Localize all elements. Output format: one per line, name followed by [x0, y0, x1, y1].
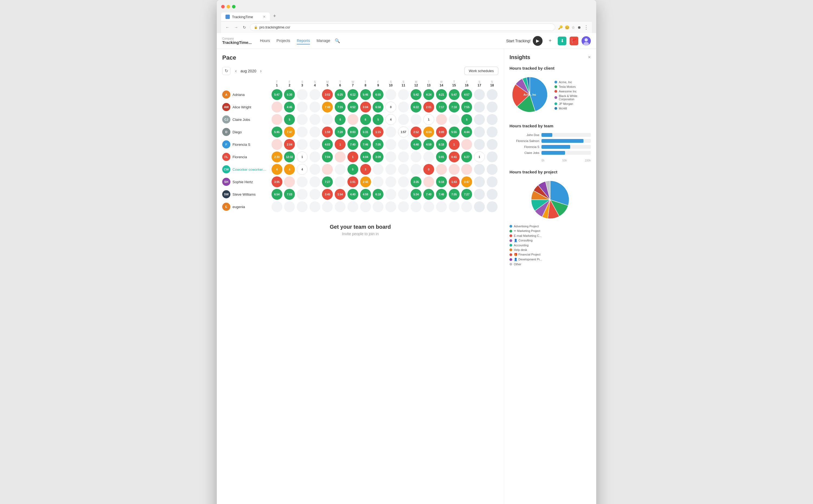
- day-cell[interactable]: 5: [347, 163, 359, 176]
- time-bubble[interactable]: 7:04: [322, 151, 333, 162]
- time-bubble[interactable]: 2:04: [284, 139, 295, 150]
- time-bubble[interactable]: 1: [297, 151, 308, 162]
- day-cell[interactable]: 0:47: [460, 176, 473, 188]
- day-cell[interactable]: 7:04: [321, 151, 334, 163]
- time-bubble[interactable]: 4:24: [423, 89, 434, 100]
- day-cell[interactable]: 7:27: [460, 188, 473, 201]
- day-cell[interactable]: 5:31: [359, 126, 372, 138]
- time-bubble[interactable]: [284, 176, 295, 187]
- day-cell[interactable]: 3:09: [435, 126, 448, 138]
- time-bubble[interactable]: 1:54: [335, 189, 346, 200]
- nav-projects[interactable]: Projects: [276, 37, 290, 44]
- close-dot[interactable]: [221, 5, 225, 8]
- day-cell[interactable]: 7:17: [435, 101, 448, 113]
- time-bubble[interactable]: 5:30: [284, 89, 295, 100]
- day-cell[interactable]: 6: [359, 113, 372, 126]
- day-cell[interactable]: 5:42: [410, 88, 422, 101]
- time-bubble[interactable]: 1: [474, 151, 485, 162]
- time-bubble[interactable]: 3: [360, 164, 371, 175]
- day-cell[interactable]: 5: [372, 113, 385, 126]
- day-cell[interactable]: 3:04: [359, 101, 372, 113]
- download-button[interactable]: ⬇: [558, 37, 566, 45]
- time-bubble[interactable]: 5:01: [436, 151, 447, 162]
- time-bubble[interactable]: 7:27: [322, 176, 333, 187]
- time-bubble[interactable]: 6:54: [272, 189, 282, 200]
- plus-button[interactable]: +: [546, 37, 554, 45]
- day-cell[interactable]: 5:34: [410, 188, 422, 201]
- notification-button[interactable]: 🚩: [570, 37, 578, 45]
- time-bubble[interactable]: 12:32: [284, 151, 295, 162]
- prev-month-button[interactable]: ‹: [234, 68, 238, 74]
- day-cell[interactable]: 7:47: [283, 126, 296, 138]
- time-bubble[interactable]: 1:43: [449, 176, 460, 187]
- time-bubble[interactable]: 6: [335, 114, 346, 125]
- time-bubble[interactable]: 5: [284, 114, 295, 125]
- time-bubble[interactable]: 4: [284, 164, 295, 175]
- time-bubble[interactable]: 0: [423, 164, 434, 175]
- time-bubble[interactable]: 3:09: [436, 127, 447, 137]
- day-cell[interactable]: 5: [460, 113, 473, 126]
- day-cell[interactable]: [283, 176, 296, 188]
- time-bubble[interactable]: 1: [423, 114, 434, 125]
- day-cell[interactable]: 6:22: [410, 101, 422, 113]
- day-cell[interactable]: 1: [448, 138, 460, 151]
- day-cell[interactable]: 7:27: [321, 176, 334, 188]
- day-cell[interactable]: [270, 101, 283, 113]
- time-bubble[interactable]: 0:47: [461, 176, 472, 187]
- day-cell[interactable]: 4: [385, 113, 397, 126]
- time-bubble[interactable]: [335, 151, 346, 162]
- day-cell[interactable]: [435, 163, 448, 176]
- work-schedules-button[interactable]: Work schedules: [464, 67, 498, 75]
- day-cell[interactable]: 5:46: [359, 88, 372, 101]
- time-bubble[interactable]: 4:57: [461, 89, 472, 100]
- day-cell[interactable]: 2:52: [410, 126, 422, 138]
- day-cell[interactable]: 6:54: [270, 188, 283, 201]
- day-cell[interactable]: 8:03: [347, 126, 359, 138]
- time-bubble[interactable]: 6:18: [436, 139, 447, 150]
- time-bubble[interactable]: 7:48: [322, 102, 333, 112]
- next-month-button[interactable]: ›: [259, 68, 263, 74]
- day-cell[interactable]: 6:25: [334, 88, 347, 101]
- time-bubble[interactable]: 3:05: [272, 176, 282, 187]
- time-bubble[interactable]: 3:02: [322, 89, 333, 100]
- time-bubble[interactable]: 0: [385, 102, 396, 112]
- day-cell[interactable]: 7:40: [347, 138, 359, 151]
- time-bubble[interactable]: 7:55: [461, 102, 472, 112]
- time-bubble[interactable]: 4:52: [347, 102, 358, 112]
- day-cell[interactable]: [460, 163, 473, 176]
- refresh-button[interactable]: ↻: [222, 67, 230, 75]
- time-bubble[interactable]: 7:46: [436, 189, 447, 200]
- play-button[interactable]: ▶: [533, 36, 543, 46]
- time-bubble[interactable]: [461, 139, 472, 150]
- time-bubble[interactable]: 6:18: [373, 189, 383, 200]
- day-cell[interactable]: [347, 113, 359, 126]
- day-cell[interactable]: 2:01: [422, 101, 435, 113]
- time-bubble[interactable]: 7:15: [335, 102, 346, 112]
- day-cell[interactable]: 5:18: [435, 176, 448, 188]
- day-cell[interactable]: 3:35: [410, 176, 422, 188]
- day-cell[interactable]: 5:47: [448, 88, 460, 101]
- day-cell[interactable]: 12:32: [283, 151, 296, 163]
- day-cell[interactable]: 1:57: [397, 126, 410, 138]
- day-cell[interactable]: 1:15: [372, 126, 385, 138]
- time-bubble[interactable]: 4:40: [347, 189, 358, 200]
- nav-manage[interactable]: Manage: [317, 37, 330, 44]
- time-bubble[interactable]: 3:04: [360, 102, 371, 112]
- day-cell[interactable]: 6:27: [460, 151, 473, 163]
- time-bubble[interactable]: 3:35: [411, 176, 421, 187]
- day-cell[interactable]: 7:10: [448, 101, 460, 113]
- day-cell[interactable]: 1:01: [347, 176, 359, 188]
- reload-button[interactable]: ↻: [242, 25, 247, 30]
- day-cell[interactable]: 1: [422, 113, 435, 126]
- time-bubble[interactable]: 1:57: [398, 127, 409, 137]
- day-cell[interactable]: 3:02: [321, 88, 334, 101]
- day-cell[interactable]: 7:55: [460, 101, 473, 113]
- browser-tab[interactable]: TrackingTime ✕: [221, 12, 270, 21]
- time-bubble[interactable]: 4:44: [461, 127, 472, 137]
- day-cell[interactable]: 4: [270, 163, 283, 176]
- day-cell[interactable]: 7:05: [372, 138, 385, 151]
- day-cell[interactable]: 0:41: [448, 151, 460, 163]
- time-bubble[interactable]: 7:10: [449, 102, 460, 112]
- time-bubble[interactable]: [461, 164, 472, 175]
- time-bubble[interactable]: 2:52: [411, 127, 421, 137]
